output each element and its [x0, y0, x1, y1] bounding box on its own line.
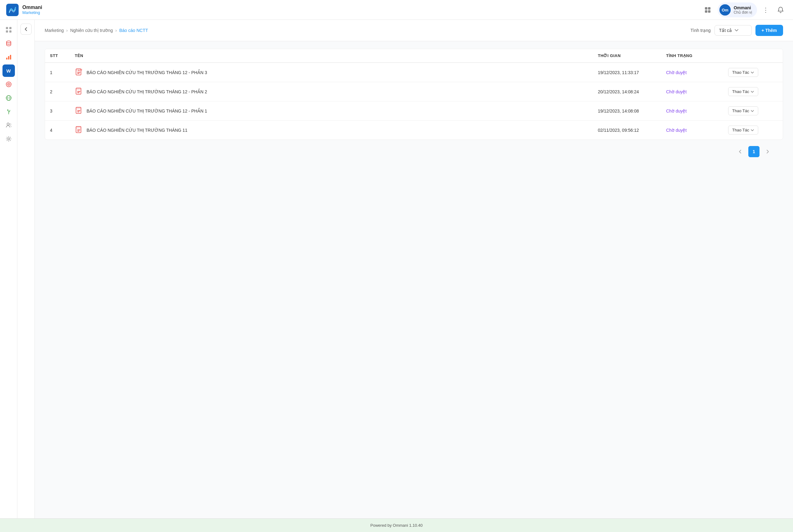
table-row: 1 BÁO CÁO NGHIÊN CỨ — [45, 63, 783, 82]
report-file-icon — [75, 68, 84, 77]
svg-rect-1 — [705, 7, 707, 10]
sub-sidebar — [17, 20, 35, 518]
cell-name-2: BÁO CÁO NGHIÊN CỨU THỊ TRƯỜNG THÁNG 12 -… — [75, 88, 598, 96]
cell-time-4: 02/11/2023, 09:56:12 — [598, 128, 666, 133]
svg-point-17 — [8, 84, 9, 85]
app-name-label: Ommani — [22, 5, 42, 10]
avatar-icon: Om — [719, 4, 731, 16]
chart-bar-icon — [5, 54, 12, 60]
more-options-button[interactable]: ⋮ — [761, 5, 771, 15]
dropdown-arrow-icon — [751, 71, 754, 74]
sidebar-item-globe[interactable] — [2, 92, 15, 104]
bell-icon — [777, 6, 784, 13]
sidebar-item-dots[interactable] — [2, 23, 15, 36]
action-button-4[interactable]: Thao Tác — [728, 126, 758, 135]
app-logo-icon — [6, 4, 19, 16]
svg-point-11 — [6, 41, 11, 43]
app-subtitle-label: Marketing — [22, 10, 42, 15]
file-report-icon-4 — [75, 126, 84, 135]
svg-point-21 — [7, 123, 9, 125]
col-header-status: TÌNH TRẠNG — [666, 53, 728, 58]
add-report-button[interactable]: + Thêm — [755, 25, 783, 36]
svg-rect-14 — [10, 55, 11, 59]
cell-time-3: 19/12/2023, 14:08:08 — [598, 109, 666, 113]
sidebar-item-user[interactable] — [2, 119, 15, 131]
page-1-button[interactable]: 1 — [748, 146, 759, 157]
user-role-label: Chủ đơn vị — [734, 10, 752, 15]
cell-status-2[interactable]: Chờ duyệt — [666, 89, 728, 94]
next-arrow-icon — [765, 149, 770, 154]
sidebar-item-target[interactable] — [2, 78, 15, 91]
cell-status-3[interactable]: Chờ duyệt — [666, 109, 728, 113]
sidebar-item-chart[interactable] — [2, 51, 15, 63]
svg-text:Om: Om — [722, 8, 729, 13]
table-header: STT TÊN THỜI GIAN TÌNH TRẠNG — [45, 49, 783, 63]
svg-rect-7 — [6, 27, 8, 29]
breadcrumb-sep-1: › — [66, 28, 68, 33]
footer-text: Powered by Ommani 1.10.40 — [370, 523, 423, 528]
user-avatar: Om — [719, 4, 731, 16]
filter-label: Tình trạng — [690, 28, 711, 33]
prev-page-button[interactable] — [735, 146, 746, 157]
user-profile-badge[interactable]: Om Ommani Chủ đơn vị — [718, 2, 757, 17]
globe-icon — [5, 95, 12, 101]
top-header: Ommani Marketing Om Ommani Chủ đơn vị — [0, 0, 793, 20]
svg-rect-27 — [77, 73, 79, 74]
user-name-label: Ommani — [734, 5, 752, 10]
svg-rect-39 — [77, 130, 80, 130]
back-button[interactable] — [20, 23, 32, 35]
status-filter-dropdown[interactable]: Tất cả — [715, 25, 752, 36]
report-name-1: BÁO CÁO NGHIÊN CỨU THỊ TRƯỜNG THÁNG 12 -… — [87, 70, 207, 75]
footer: Powered by Ommani 1.10.40 — [0, 518, 793, 532]
app-title: Ommani Marketing — [22, 5, 42, 15]
file-report-icon-1 — [75, 68, 84, 77]
breadcrumb: Marketing › Nghiên cứu thị trường › Báo … — [45, 28, 148, 33]
action-button-2[interactable]: Thao Tác — [728, 87, 758, 96]
cell-stt-1: 1 — [50, 70, 75, 75]
svg-rect-3 — [705, 10, 707, 13]
grid-view-button[interactable] — [701, 4, 714, 16]
col-header-action — [728, 53, 778, 58]
col-header-name: TÊN — [75, 53, 598, 58]
cell-status-1[interactable]: Chờ duyệt — [666, 70, 728, 75]
cell-stt-2: 2 — [50, 89, 75, 94]
next-page-button[interactable] — [762, 146, 773, 157]
user-info: Ommani Chủ đơn vị — [734, 5, 752, 15]
svg-point-22 — [9, 124, 11, 125]
cell-stt-3: 3 — [50, 109, 75, 113]
pagination: 1 — [45, 140, 783, 164]
svg-rect-36 — [77, 112, 79, 112]
database-icon — [5, 40, 12, 46]
svg-rect-4 — [708, 10, 711, 13]
sidebar-item-settings[interactable] — [2, 133, 15, 145]
grid-icon — [704, 6, 711, 13]
cell-time-1: 19/12/2023, 11:33:17 — [598, 70, 666, 75]
svg-rect-25 — [76, 69, 81, 71]
notification-button[interactable] — [774, 4, 787, 16]
table-row: 4 BÁO CÁO NGHIÊN CỨU THỊ TRƯỜNG THÁNG 11 — [45, 120, 783, 139]
svg-rect-28 — [80, 69, 82, 71]
svg-rect-10 — [9, 31, 12, 33]
sidebar-item-database[interactable] — [2, 37, 15, 50]
col-header-time: THỜI GIAN — [598, 53, 666, 58]
action-button-1[interactable]: Thao Tác — [728, 68, 758, 77]
svg-rect-31 — [77, 91, 80, 92]
sidebar-item-plant[interactable] — [2, 106, 15, 118]
sidebar-item-marketing[interactable]: W — [2, 64, 15, 77]
svg-point-23 — [8, 138, 10, 140]
table-row: 3 BÁO CÁO NGHIÊN CỨU THỊ TRƯỜNG THÁNG 12… — [45, 101, 783, 120]
cell-status-4[interactable]: Chờ duyệt — [666, 128, 728, 133]
svg-rect-26 — [77, 72, 80, 73]
action-button-3[interactable]: Thao Tác — [728, 106, 758, 115]
cell-stt-4: 4 — [50, 128, 75, 133]
table-row: 2 BÁO CÁO NGHIÊN CỨU THỊ TRƯỜNG THÁNG 12… — [45, 82, 783, 101]
col-header-stt: STT — [50, 53, 75, 58]
cell-action-4: Thao Tác — [728, 126, 778, 135]
user-group-icon — [5, 122, 12, 128]
svg-rect-40 — [77, 131, 79, 131]
cell-name-4: BÁO CÁO NGHIÊN CỨU THỊ TRƯỜNG THÁNG 11 — [75, 126, 598, 135]
dropdown-arrow-icon — [751, 128, 754, 132]
header-right: Om Ommani Chủ đơn vị ⋮ — [701, 2, 787, 17]
cell-action-1: Thao Tác — [728, 68, 778, 77]
svg-rect-35 — [77, 110, 80, 111]
